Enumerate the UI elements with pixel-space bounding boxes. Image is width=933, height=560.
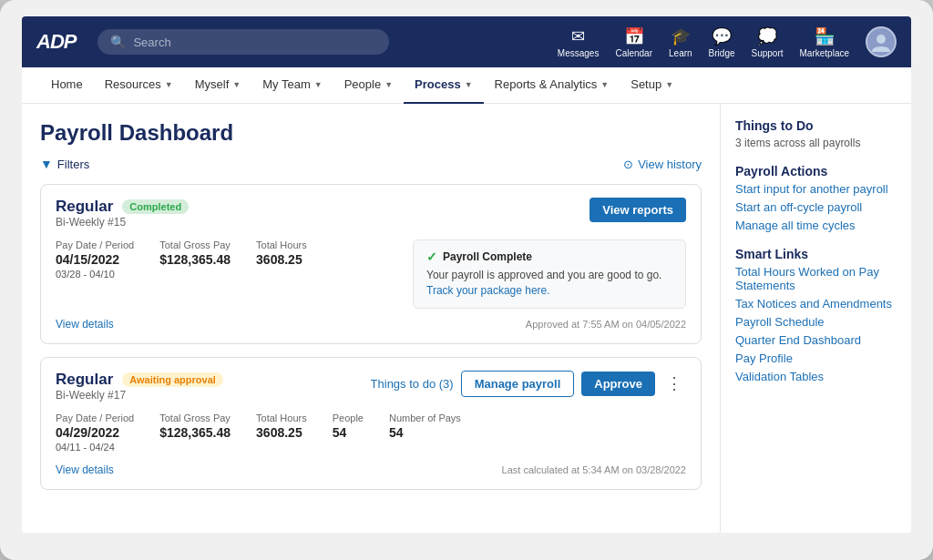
bi-weekly-1: Bi-Weekly #15	[56, 216, 189, 229]
total-hours-cell: Total Hours 3608.25	[256, 239, 307, 280]
clock-icon: ⊙	[623, 158, 633, 171]
status-badge-1: Completed	[122, 199, 189, 214]
sidebar-things-to-do: Things to Do 3 items across all payrolls	[735, 118, 897, 149]
avatar[interactable]	[866, 26, 897, 57]
learn-icon-btn[interactable]: 🎓 Learn	[669, 26, 692, 58]
smart-links-heading: Smart Links	[735, 247, 897, 261]
calendar-label: Calendar	[615, 48, 652, 58]
nav-setup-label: Setup	[631, 77, 661, 91]
chevron-down-icon: ▼	[314, 80, 323, 89]
support-icon-btn[interactable]: 💭 Support	[752, 26, 784, 58]
filters-row: ▼ Filters ⊙ View history	[40, 157, 702, 171]
sidebar-payroll-actions: Payroll Actions Start input for another …	[735, 164, 897, 232]
payroll-type-1: Regular	[56, 198, 113, 216]
total-hours-value: 3608.25	[256, 252, 307, 267]
sidebar: Things to Do 3 items across all payrolls…	[720, 104, 911, 533]
sidebar-link-start-input[interactable]: Start input for another payroll	[735, 182, 897, 196]
total-hours-label-2: Total Hours	[256, 412, 307, 423]
approve-button[interactable]: Approve	[581, 372, 655, 396]
nav-myself-label: Myself	[195, 77, 230, 91]
bridge-icon-btn[interactable]: 💬 Bridge	[709, 26, 735, 58]
timestamp-2: Last calculated at 5:34 AM on 03/28/2022	[502, 464, 686, 475]
calendar-icon: 📅	[624, 26, 644, 46]
track-link[interactable]: Track your package here.	[426, 284, 550, 297]
sidebar-link-off-cycle[interactable]: Start an off-cycle payroll	[735, 200, 897, 214]
more-options-button[interactable]: ⋮	[662, 373, 686, 393]
calendar-icon-btn[interactable]: 📅 Calendar	[615, 26, 652, 58]
view-history-label: View history	[638, 158, 702, 171]
learn-icon: 🎓	[671, 26, 691, 46]
chevron-down-icon: ▼	[465, 80, 473, 89]
nav-myself[interactable]: Myself ▼	[184, 67, 251, 104]
sidebar-link-validation-tables[interactable]: Validation Tables	[735, 370, 897, 383]
sidebar-link-payroll-schedule[interactable]: Payroll Schedule	[735, 315, 897, 329]
bridge-label: Bridge	[709, 48, 735, 58]
view-details-link-1[interactable]: View details	[56, 318, 114, 331]
people-cell: People 54	[333, 412, 364, 453]
bi-weekly-2: Bi-Weekly #17	[56, 389, 223, 402]
chevron-down-icon: ▼	[665, 80, 673, 89]
card-data-row-1: Pay Date / Period 04/15/2022 03/28 - 04/…	[56, 239, 307, 280]
num-pays-label: Number of Pays	[389, 412, 461, 423]
people-label: People	[333, 412, 364, 423]
timestamp-1: Approved at 7:55 AM on 04/05/2022	[526, 319, 686, 330]
people-value: 54	[333, 425, 364, 440]
card-footer-2: View details Last calculated at 5:34 AM …	[56, 463, 686, 476]
things-to-do-link[interactable]: Things to do (3)	[371, 377, 454, 391]
sidebar-link-quarter-end[interactable]: Quarter End Dashboard	[735, 333, 897, 347]
view-history-button[interactable]: ⊙ View history	[623, 158, 702, 171]
sidebar-link-time-cycles[interactable]: Manage all time cycles	[735, 219, 897, 232]
things-to-do-heading: Things to Do	[735, 118, 897, 133]
view-reports-button[interactable]: View reports	[590, 198, 686, 222]
total-gross-value-2: $128,365.48	[159, 425, 231, 440]
main-content: Payroll Dashboard ▼ Filters ⊙ View histo…	[22, 104, 911, 533]
payroll-actions-heading: Payroll Actions	[735, 164, 897, 178]
laptop-frame: ADP 🔍 ✉ Messages 📅 Calendar 🎓 Learn	[0, 0, 933, 560]
pay-date-value-2: 04/29/2022	[56, 425, 134, 440]
payroll-complete-title-text: Payroll Complete	[443, 250, 532, 263]
bridge-icon: 💬	[712, 26, 732, 46]
total-hours-label: Total Hours	[256, 239, 307, 250]
view-details-link-2[interactable]: View details	[56, 463, 114, 476]
nav-reports-label: Reports & Analytics	[495, 77, 598, 91]
nav-reports[interactable]: Reports & Analytics ▼	[484, 67, 620, 104]
search-bar[interactable]: 🔍	[97, 29, 389, 55]
nav-process[interactable]: Process ▼	[404, 67, 484, 104]
sidebar-link-total-hours[interactable]: Total Hours Worked on Pay Statements	[735, 265, 897, 292]
nav-my-team[interactable]: My Team ▼	[251, 67, 333, 104]
nav-people[interactable]: People ▼	[333, 67, 404, 104]
marketplace-icon: 🏪	[815, 26, 835, 46]
check-icon: ✓	[426, 249, 437, 264]
adp-logo: ADP	[36, 30, 76, 54]
pay-date-cell-2: Pay Date / Period 04/29/2022 04/11 - 04/…	[56, 412, 134, 453]
marketplace-label: Marketplace	[800, 48, 849, 58]
total-gross-cell: Total Gross Pay $128,365.48	[159, 239, 231, 280]
sidebar-link-tax-notices[interactable]: Tax Notices and Amendments	[735, 297, 897, 311]
top-bar: ADP 🔍 ✉ Messages 📅 Calendar 🎓 Learn	[22, 16, 911, 67]
nav-home[interactable]: Home	[40, 67, 94, 104]
nav-resources[interactable]: Resources ▼	[94, 67, 184, 104]
total-hours-cell-2: Total Hours 3608.25	[256, 412, 307, 453]
search-input[interactable]	[133, 36, 376, 49]
total-gross-label: Total Gross Pay	[159, 239, 231, 250]
messages-icon-btn[interactable]: ✉ Messages	[558, 26, 600, 58]
manage-payroll-button[interactable]: Manage payroll	[461, 371, 575, 397]
nav-process-label: Process	[415, 77, 461, 91]
total-gross-label-2: Total Gross Pay	[159, 412, 231, 423]
pay-date-label: Pay Date / Period	[56, 239, 134, 250]
sidebar-link-pay-profile[interactable]: Pay Profile	[735, 351, 897, 365]
nav-people-label: People	[344, 77, 381, 91]
payroll-complete-msg: Your payroll is approved and you are goo…	[426, 268, 672, 299]
payroll-card-2: Regular Awaiting approval Bi-Weekly #17 …	[40, 357, 702, 490]
card-data-row-2: Pay Date / Period 04/29/2022 04/11 - 04/…	[56, 412, 686, 453]
filters-button[interactable]: ▼ Filters	[40, 157, 89, 171]
nav-my-team-label: My Team	[262, 77, 311, 91]
nav-setup[interactable]: Setup ▼	[620, 67, 684, 104]
learn-label: Learn	[669, 48, 692, 58]
nav-resources-label: Resources	[105, 77, 161, 91]
support-label: Support	[752, 48, 784, 58]
payroll-card-1: Regular Completed Bi-Weekly #15 View rep…	[40, 184, 702, 344]
payroll-complete-box: ✓ Payroll Complete Your payroll is appro…	[413, 239, 686, 309]
chevron-down-icon: ▼	[165, 80, 173, 89]
marketplace-icon-btn[interactable]: 🏪 Marketplace	[800, 26, 849, 58]
